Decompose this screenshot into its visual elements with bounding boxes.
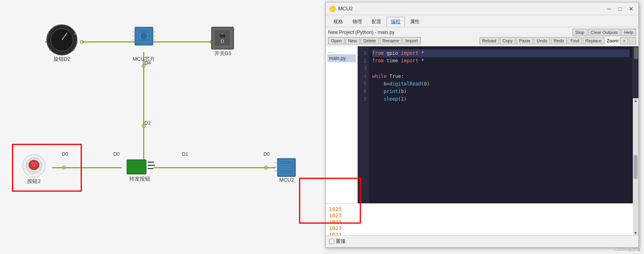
find-button[interactable]: Find	[568, 37, 582, 44]
tab-properties[interactable]: 属性	[406, 17, 424, 27]
file-panel: ... main.py	[326, 46, 358, 203]
copy-button[interactable]: Copy	[500, 37, 516, 44]
code-line-7: sleep(1)	[372, 95, 630, 103]
window-icon: 🟡	[329, 6, 336, 12]
tab-specs[interactable]: 规格	[329, 17, 347, 27]
toolbar-area: New Project (Python) - main.py Stop Clea…	[326, 27, 638, 46]
status-bar: 置顶	[326, 235, 638, 247]
file-item-main-py[interactable]: main.py	[327, 54, 356, 62]
svg-rect-43	[127, 160, 146, 174]
tabs-bar: 规格 物理 配置 编程 属性	[326, 15, 638, 27]
output-scroll-down[interactable]: ▼	[633, 231, 638, 235]
svg-text:D2: D2	[145, 120, 151, 126]
zoom-in-button[interactable]: +	[620, 37, 628, 44]
help-button[interactable]: Help	[621, 29, 636, 36]
svg-point-19	[73, 49, 75, 51]
svg-text:MCU芯片: MCU芯片	[133, 56, 155, 62]
code-line-3	[372, 65, 630, 72]
svg-text:按钮2: 按钮2	[27, 178, 40, 184]
clear-outputs-button[interactable]: Clear Outputs	[588, 29, 621, 36]
output-scroll-thumb	[634, 155, 638, 179]
paste-button[interactable]: Paste	[516, 37, 533, 44]
zoom-out-button[interactable]: -	[629, 37, 636, 44]
svg-text:O: O	[221, 39, 224, 44]
svg-text:D1: D1	[182, 151, 188, 157]
svg-text:D4: D4	[145, 60, 151, 66]
title-bar: 🟡 MCU2 ─ □ ✕	[326, 2, 638, 15]
reload-button[interactable]: Reload	[480, 37, 499, 44]
stop-button[interactable]: Stop	[573, 29, 587, 36]
replace-button[interactable]: Replace	[583, 37, 604, 44]
zoom-label: Zoom:	[607, 38, 619, 43]
undo-button[interactable]: Undo	[534, 37, 550, 44]
svg-point-21	[74, 33, 76, 35]
mcu2-window: 🟡 MCU2 ─ □ ✕ 规格 物理 配置 编程 属性 New Project …	[325, 2, 639, 248]
tab-programming[interactable]: 编程	[386, 17, 405, 27]
code-line-5: b=digitalRead(0)	[372, 80, 630, 88]
svg-point-17	[45, 41, 47, 43]
output-line-3: 1023	[329, 219, 635, 225]
window-title: MCU2	[338, 6, 353, 12]
svg-rect-47	[277, 159, 295, 177]
delete-button[interactable]: Delete	[361, 37, 379, 44]
tab-physics[interactable]: 物理	[348, 17, 367, 27]
code-line-4: while True:	[372, 73, 630, 80]
pin-label: 置顶	[336, 238, 345, 245]
output-line-4: 1023	[329, 225, 635, 231]
svg-text:旋钮D2: 旋钮D2	[54, 56, 71, 62]
code-line-1: from gpio import *	[372, 50, 630, 57]
svg-text:D0: D0	[264, 151, 270, 157]
maximize-button[interactable]: □	[616, 5, 624, 13]
new-button[interactable]: New	[345, 37, 360, 44]
tab-config[interactable]: 配置	[367, 17, 386, 27]
import-button[interactable]: Import	[402, 37, 420, 44]
circuit-svg: I O 旋钮D2 MCU芯片 开关D3 按钮2 转发按钮 MCU2 D4	[0, 0, 323, 254]
rename-button[interactable]: Rename	[380, 37, 402, 44]
svg-rect-38	[220, 34, 225, 38]
minimize-button[interactable]: ─	[605, 5, 613, 13]
open-button[interactable]: Open	[328, 37, 345, 44]
svg-point-18	[49, 49, 51, 51]
project-title: New Project (Python) - main.py	[328, 30, 394, 35]
redo-button[interactable]: Redo	[551, 37, 567, 44]
watermark: CSDN @沙逸	[614, 246, 641, 252]
code-content[interactable]: from gpio import * from time import * wh…	[369, 46, 633, 203]
svg-text:D0: D0	[62, 151, 68, 157]
svg-text:转发按钮: 转发按钮	[129, 176, 150, 182]
output-line-2: 1023	[329, 212, 635, 218]
svg-text:MCU2: MCU2	[279, 177, 294, 183]
svg-text:开关D3: 开关D3	[214, 50, 232, 56]
output-line-1: 1023	[329, 206, 635, 212]
circuit-area: I O 旋钮D2 MCU芯片 开关D3 按钮2 转发按钮 MCU2 D4	[0, 0, 323, 254]
svg-point-20	[76, 41, 78, 43]
code-editor[interactable]: 1 2 3 4 5 6 7 from gpio import * from ti…	[358, 46, 638, 203]
svg-text:D0: D0	[113, 151, 120, 157]
code-line-2: from time import *	[372, 57, 630, 65]
pin-checkbox[interactable]	[329, 239, 334, 244]
svg-point-42	[30, 161, 38, 167]
output-scroll-up[interactable]: ▲	[633, 98, 638, 103]
svg-point-16	[47, 33, 49, 35]
code-line-6: print(b)	[372, 88, 630, 95]
line-numbers: 1 2 3 4 5 6 7	[358, 46, 369, 203]
close-button[interactable]: ✕	[627, 5, 635, 13]
